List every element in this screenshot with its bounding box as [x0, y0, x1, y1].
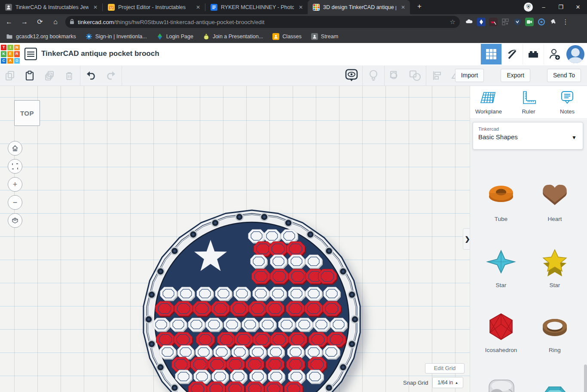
shape-library-dropdown[interactable]: Tinkercad Basic Shapes ▼	[473, 122, 583, 150]
notes-tool[interactable]: Notes	[549, 90, 586, 115]
bookmark-star-icon[interactable]: ☆	[450, 18, 456, 26]
bricks-icon[interactable]	[523, 44, 544, 64]
extensions-puzzle-icon[interactable]	[549, 18, 558, 26]
brooch-model[interactable]	[0, 86, 470, 392]
tab-close-icon[interactable]: ✕	[92, 4, 99, 11]
ruler-icon	[520, 90, 537, 105]
tab-project-editor[interactable]: Project Editor - Instructables ✕	[103, 0, 205, 14]
ruler-tool[interactable]: Ruler	[510, 90, 547, 115]
bookmark-classes[interactable]: Classes	[272, 33, 301, 40]
bookmark-login-page[interactable]: Login Page	[156, 33, 193, 40]
shapes-gallery: Tinkercad Basic Shapes ▼ TubeHeartStarSt…	[470, 119, 587, 392]
shape-tile-star5[interactable]: Star	[530, 246, 580, 288]
import-button[interactable]: Import	[455, 69, 484, 82]
screencastify-extension-icon[interactable]	[525, 18, 534, 26]
redo-icon[interactable]	[101, 66, 121, 86]
reload-icon[interactable]: ⟳	[34, 15, 46, 28]
bookmark-join-presentation[interactable]: Join a Presentation...	[203, 33, 263, 40]
tab-tinkercad-instructables[interactable]: TinkerCAD & Instructables Jewel ✕	[0, 0, 102, 14]
panel-tools-row: Workplane Ruler Notes	[470, 86, 587, 119]
edit-toolbar: Import Export Send To	[0, 65, 587, 86]
kami-extension-icon[interactable]	[477, 18, 486, 26]
undo-icon[interactable]	[81, 66, 101, 86]
tinkercad-header: TIN KER CAD TinkerCAD antique pocket bro…	[0, 43, 587, 65]
heart-shape-icon	[530, 180, 580, 213]
align-icon[interactable]	[427, 66, 447, 86]
send-to-button[interactable]: Send To	[547, 69, 581, 82]
tab-title: RYKER MCELHINNEY - Photo Do	[221, 4, 294, 10]
lightbulb-icon[interactable]	[364, 66, 383, 86]
edit-grid-button[interactable]: Edit Grid	[425, 363, 465, 374]
add-user-icon[interactable]	[544, 44, 565, 64]
workplane-tool[interactable]: Workplane	[470, 90, 507, 115]
browser-menu-icon[interactable]: ⋮	[561, 18, 570, 26]
home-icon[interactable]: ⌂	[49, 15, 62, 28]
duplicate-icon[interactable]	[40, 66, 59, 86]
library-selected: Basic Shapes	[478, 133, 578, 141]
minimize-button[interactable]: –	[537, 1, 550, 14]
ungroup-icon[interactable]	[405, 66, 425, 86]
bookmark-folder[interactable]: gcasdk12.org bookmarks	[6, 33, 76, 40]
new-tab-button[interactable]: +	[413, 1, 425, 13]
view-cube[interactable]: TOP	[14, 100, 40, 126]
ring-shape-icon	[530, 311, 580, 344]
show-hide-eye-icon[interactable]	[342, 66, 361, 86]
lock-icon	[70, 19, 74, 25]
design-properties-icon[interactable]	[24, 48, 37, 60]
fit-view-icon[interactable]	[8, 159, 22, 174]
adobe-extension-icon[interactable]	[489, 18, 498, 26]
io-buttons: Import Export Send To	[455, 69, 581, 82]
home-view-icon[interactable]	[8, 141, 22, 156]
diamond-icon	[156, 33, 163, 40]
3d-design-mode-button[interactable]	[480, 44, 501, 64]
caret-up-icon: ▴	[456, 380, 458, 385]
shape-tile-diamond[interactable]: Diamond	[530, 377, 580, 392]
copy-icon[interactable]	[0, 66, 20, 86]
user-avatar[interactable]	[566, 45, 584, 63]
close-button[interactable]: ✕	[572, 1, 584, 14]
shape-tile-ring[interactable]: Ring	[530, 311, 580, 353]
bookmark-stream[interactable]: Stream	[311, 33, 338, 40]
shape-tile-star4[interactable]: Star	[476, 246, 526, 288]
loom-extension-icon[interactable]	[537, 18, 546, 26]
export-button[interactable]: Export	[501, 69, 530, 82]
tab-close-icon[interactable]: ✕	[400, 4, 407, 11]
browser-profile-icon[interactable]: ⛨	[524, 3, 533, 12]
tab-tinkercad-design-active[interactable]: 3D design TinkerCAD antique po ✕	[308, 0, 410, 14]
tab-title: TinkerCAD & Instructables Jewel	[15, 4, 89, 10]
paste-icon[interactable]	[20, 66, 40, 86]
url-address-bar[interactable]: tinkercad.com /things/hwR0Stbuw1t-tinker…	[65, 16, 460, 28]
snap-grid-select[interactable]: 1/64 in ▴	[432, 377, 463, 388]
money-bag-icon	[203, 33, 210, 40]
tab-photo-doc[interactable]: RYKER MCELHINNEY - Photo Do ✕	[205, 0, 308, 14]
shape-tile-heart[interactable]: Heart	[530, 180, 580, 222]
shape-tile-dice[interactable]: Dice	[476, 377, 526, 392]
delete-trash-icon[interactable]	[59, 66, 79, 86]
panel-scrollbar[interactable]	[584, 364, 587, 392]
zoom-in-icon[interactable]: +	[8, 177, 22, 192]
main-area: TOP + − ❯ Edit Grid Snap Grid 1/64 in ▴ …	[0, 86, 587, 392]
perspective-toggle-icon[interactable]	[8, 213, 22, 228]
header-mode-icons	[480, 43, 587, 65]
tinkercad-logo[interactable]: TIN KER CAD	[0, 44, 21, 64]
shield-extension-icon[interactable]	[513, 18, 522, 26]
3d-viewport-canvas[interactable]: TOP + − ❯ Edit Grid Snap Grid 1/64 in ▴	[0, 86, 470, 392]
shape-tile-icosahedron[interactable]: Icosahedron	[476, 311, 526, 353]
shape-label: Star	[530, 282, 580, 288]
blocks-pickaxe-icon[interactable]	[501, 44, 523, 64]
back-icon[interactable]: ←	[3, 15, 15, 28]
tab-close-icon[interactable]: ✕	[195, 4, 202, 11]
restore-button[interactable]: ❐	[554, 1, 567, 14]
shape-tile-tube[interactable]: Tube	[476, 180, 526, 222]
panel-collapse-chevron-icon[interactable]: ❯	[463, 228, 470, 250]
group-icon[interactable]	[385, 66, 405, 86]
forward-icon[interactable]: →	[18, 15, 31, 28]
qr-code-extension-icon[interactable]	[501, 18, 510, 26]
shapes-side-panel: Workplane Ruler Notes Tinkercad Basic Sh…	[470, 86, 587, 392]
bookmark-signin[interactable]: Sign-in | Inventionla...	[86, 33, 147, 40]
zoom-out-icon[interactable]: −	[8, 195, 22, 210]
cloud-extension-icon[interactable]	[465, 18, 474, 26]
tab-close-icon[interactable]: ✕	[297, 4, 304, 11]
diamond-shape-icon	[530, 377, 580, 392]
tube-shape-icon	[476, 180, 526, 213]
